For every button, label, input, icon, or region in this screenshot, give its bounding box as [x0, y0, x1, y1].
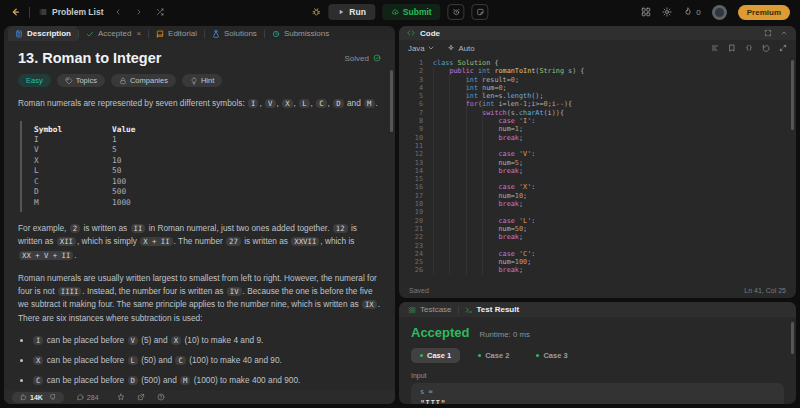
help-button[interactable] — [157, 393, 165, 401]
auto-label: Auto — [458, 44, 474, 53]
code-line[interactable]: 12 case 'V': — [407, 150, 790, 158]
tab-accepted[interactable]: Accepted × — [79, 26, 148, 41]
code-line[interactable]: 17 num=10; — [407, 192, 790, 200]
inline-code: XX + V + II — [19, 251, 73, 260]
collapse-panel-button[interactable] — [780, 29, 788, 37]
prev-problem-button[interactable] — [112, 8, 124, 16]
next-problem-button[interactable] — [133, 8, 145, 16]
code-line[interactable]: 20 case 'L': — [407, 217, 790, 225]
code-line[interactable]: 16 case 'X': — [407, 183, 790, 191]
test-panel-scrollbar[interactable] — [791, 322, 794, 354]
notes-button[interactable] — [472, 4, 489, 20]
code-line[interactable]: 7 switch(s.charAt(i)){ — [407, 109, 790, 117]
streak-button[interactable]: 0 — [683, 7, 700, 17]
fullscreen-editor-button[interactable] — [779, 44, 787, 52]
description-scrollbar[interactable] — [390, 70, 393, 132]
code-line[interactable]: 11 — [407, 142, 790, 150]
code-line[interactable]: 5 int len=s.length(); — [407, 92, 790, 100]
result-status: Accepted — [411, 325, 470, 340]
inline-code: X + II — [140, 237, 172, 246]
tab-submissions[interactable]: Submissions — [265, 26, 336, 41]
code-line[interactable]: 22 break; — [407, 233, 790, 241]
case-2-button[interactable]: Case 2 — [469, 348, 518, 363]
code-line[interactable]: 4 int num=0; — [407, 84, 790, 92]
code-line[interactable]: 6 for(int i=len-1;i>=0;i--){ — [407, 100, 790, 108]
format-code-button[interactable] — [711, 44, 719, 52]
bookmark-button[interactable] — [728, 44, 736, 52]
chevron-right-icon — [135, 8, 143, 16]
case-3-button[interactable]: Case 3 — [527, 348, 576, 363]
debug-button[interactable] — [311, 7, 321, 17]
auto-toggle[interactable]: Auto — [447, 44, 474, 53]
code-line[interactable]: 23 — [407, 242, 790, 250]
code-line[interactable]: 21 num=50; — [407, 225, 790, 233]
code-line[interactable]: 1class Solution { — [407, 59, 790, 67]
problem-list-button[interactable]: Problem List — [39, 7, 103, 17]
code-line[interactable]: 13 num=5; — [407, 159, 790, 167]
run-button[interactable]: Run — [328, 4, 375, 20]
code-line[interactable]: 10 break; — [407, 134, 790, 142]
code-toolbar: Java Auto — [399, 40, 796, 56]
symbol-table-row: D500 — [34, 187, 381, 198]
solved-status: Solved — [345, 54, 381, 63]
inline-code: C — [175, 356, 185, 365]
code-line[interactable]: 24 case 'C': — [407, 250, 790, 258]
divider — [29, 7, 30, 18]
input-box[interactable]: s = "III" — [411, 383, 784, 404]
favorite-button[interactable] — [117, 393, 125, 401]
inline-code: D — [333, 99, 343, 108]
share-icon — [137, 393, 145, 401]
symbol-table-header: SymbolValue — [34, 124, 381, 135]
tab-test-result-label: Test Result — [477, 305, 520, 314]
check-icon — [86, 30, 94, 38]
code-line[interactable]: 19 — [407, 208, 790, 216]
companies-pill[interactable]: Companies — [111, 74, 176, 87]
gear-icon — [662, 7, 672, 17]
difficulty-badge[interactable]: Easy — [18, 74, 51, 87]
code-editor[interactable]: 1class Solution {2 public int romanToInt… — [399, 56, 790, 281]
dislike-button[interactable] — [49, 393, 57, 401]
code-line[interactable]: 9 num=1; — [407, 125, 790, 133]
like-button[interactable]: 14K — [19, 393, 43, 401]
tab-editorial[interactable]: Editorial — [149, 26, 204, 41]
inline-code: L — [128, 356, 138, 365]
tab-solutions[interactable]: Solutions — [205, 26, 264, 41]
problem-panel: Description Accepted × Editorial Solutio… — [4, 26, 395, 404]
submit-button[interactable]: Submit — [382, 4, 441, 20]
snippets-button[interactable] — [745, 44, 753, 52]
code-line[interactable]: 15 — [407, 175, 790, 183]
code-line[interactable]: 14 break; — [407, 167, 790, 175]
language-selector[interactable]: Java — [408, 44, 435, 53]
tab-test-result[interactable]: Test Result — [465, 305, 520, 314]
solved-label: Solved — [345, 54, 369, 63]
code-line[interactable]: 8 case 'I': — [407, 117, 790, 125]
problem-footer: 14K 284 — [4, 390, 395, 404]
layout-button[interactable] — [641, 7, 651, 17]
timer-button[interactable] — [448, 4, 465, 20]
code-line[interactable]: 2 public int romanToInt(String s) { — [407, 67, 790, 75]
comment-icon — [76, 393, 84, 401]
tab-testcase[interactable]: Testcase — [408, 305, 452, 314]
inline-code: D — [128, 376, 138, 385]
hint-pill[interactable]: Hint — [182, 74, 222, 87]
code-line[interactable]: 26 break; — [407, 266, 790, 274]
reset-code-button[interactable] — [762, 44, 770, 52]
language-label: Java — [408, 44, 424, 53]
comments-button[interactable]: 284 — [76, 393, 99, 401]
share-button[interactable] — [137, 393, 145, 401]
leetcode-logo[interactable] — [10, 7, 20, 17]
test-panel: Testcase Test Result Accepted Runtime: 0… — [399, 302, 796, 404]
code-line[interactable]: 25 num=100; — [407, 258, 790, 266]
close-icon[interactable]: × — [136, 29, 141, 38]
tab-description[interactable]: Description — [8, 26, 78, 41]
case-1-button[interactable]: Case 1 — [411, 348, 460, 363]
random-problem-button[interactable] — [154, 8, 166, 16]
topics-pill[interactable]: Topics — [57, 74, 105, 87]
settings-button[interactable] — [662, 7, 672, 17]
maximize-panel-button[interactable] — [764, 29, 772, 37]
avatar[interactable] — [712, 5, 727, 20]
premium-button[interactable]: Premium — [738, 5, 790, 20]
code-line[interactable]: 3 int result=0; — [407, 76, 790, 84]
code-line[interactable]: 18 break; — [407, 200, 790, 208]
editor-scrollbar[interactable] — [791, 60, 794, 130]
